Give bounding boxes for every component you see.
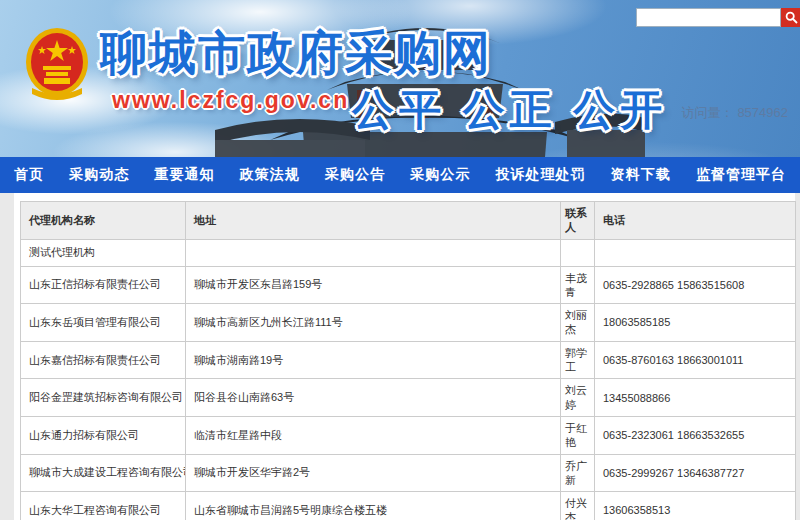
nav-item-supervision-platform[interactable]: 监督管理平台	[696, 166, 786, 184]
table-row: 山东嘉信招标有限责任公司 聊城市湖南路19号 郭学工 0635-8760163 …	[21, 341, 796, 379]
table-row: 测试代理机构	[21, 239, 796, 266]
nav-item-home[interactable]: 首页	[14, 166, 44, 184]
nav-item-important-notices[interactable]: 重要通知	[155, 166, 215, 184]
header-phone: 电话	[595, 202, 796, 240]
agency-name-cell: 山东正信招标有限责任公司	[21, 266, 186, 304]
agency-contact-cell: 刘云婷	[561, 379, 595, 417]
agency-name-cell: 山东大华工程咨询有限公司	[21, 492, 186, 520]
agency-name-cell: 山东嘉信招标有限责任公司	[21, 341, 186, 379]
site-title: 聊城市政府采购网	[100, 22, 520, 85]
search-icon	[785, 11, 798, 24]
left-gutter	[0, 193, 14, 520]
agency-address-cell: 聊城市开发区华宇路2号	[186, 454, 561, 492]
agency-phone-cell: 18063585185	[595, 304, 796, 342]
agency-contact-cell	[561, 239, 595, 266]
agency-phone-cell: 0635-2323061 18663532655	[595, 416, 796, 454]
table-row: 山东大华工程咨询有限公司 山东省聊城市昌润路5号明康综合楼五楼 付兴杰 1360…	[21, 492, 796, 520]
agency-name-cell: 阳谷金罡建筑招标咨询有限公司	[21, 379, 186, 417]
agency-name-cell: 山东东岳项目管理有限公司	[21, 304, 186, 342]
nav-item-policies[interactable]: 政策法规	[240, 166, 300, 184]
agency-address-cell: 山东省聊城市昌润路5号明康综合楼五楼	[186, 492, 561, 520]
agency-name-cell: 山东通力招标有限公司	[21, 416, 186, 454]
visit-counter-value: 8574962	[737, 105, 788, 120]
table-row: 山东东岳项目管理有限公司 聊城市高新区九州长江路111号 刘丽杰 1806358…	[21, 304, 796, 342]
search-button[interactable]	[781, 8, 800, 27]
agency-contact-cell: 乔广新	[561, 454, 595, 492]
agency-name-cell: 测试代理机构	[21, 239, 186, 266]
header-address: 地址	[186, 202, 561, 240]
table-row: 山东通力招标有限公司 临清市红星路中段 于红艳 0635-2323061 186…	[21, 416, 796, 454]
agency-contact-cell: 郭学工	[561, 341, 595, 379]
table-row: 山东正信招标有限责任公司 聊城市开发区东昌路159号 丰茂青 0635-2928…	[21, 266, 796, 304]
agency-phone-cell: 0635-2999267 13646387727	[595, 454, 796, 492]
site-url: www.lczfcg.gov.cn	[112, 87, 349, 114]
nav-item-complaint-handling[interactable]: 投诉处理处罚	[496, 166, 586, 184]
search-input[interactable]	[636, 8, 781, 27]
main-nav: 首页 采购动态 重要通知 政策法规 采购公告 采购公示 投诉处理处罚 资料下载 …	[0, 157, 800, 193]
agency-address-cell: 聊城市湖南路19号	[186, 341, 561, 379]
header-contact: 联系人	[561, 202, 595, 240]
site-banner: 聊城市政府采购网 www.lczfcg.gov.cn 公平 公正 公开 访问量：…	[0, 0, 800, 157]
agency-table: 代理机构名称 地址 联系人 电话 测试代理机构 山东正信招标有限责任公司 聊城市…	[20, 201, 796, 520]
site-slogan: 公平 公正 公开	[352, 82, 667, 138]
visit-counter-label: 访问量：	[681, 105, 733, 120]
agency-phone-cell: 13606358513	[595, 492, 796, 520]
nav-item-procurement-news[interactable]: 采购动态	[69, 166, 129, 184]
table-row: 聊城市大成建设工程咨询有限公司 聊城市开发区华宇路2号 乔广新 0635-299…	[21, 454, 796, 492]
agency-address-cell: 聊城市开发区东昌路159号	[186, 266, 561, 304]
table-header-row: 代理机构名称 地址 联系人 电话	[21, 202, 796, 240]
agency-phone-cell: 13455088866	[595, 379, 796, 417]
visit-counter: 访问量：8574962	[681, 104, 788, 122]
agency-phone-cell: 0635-8760163 18663001011	[595, 341, 796, 379]
agency-address-cell: 阳谷县谷山南路63号	[186, 379, 561, 417]
nav-item-procurement-publicity[interactable]: 采购公示	[410, 166, 470, 184]
nav-item-downloads[interactable]: 资料下载	[611, 166, 671, 184]
content-area: 代理机构名称 地址 联系人 电话 测试代理机构 山东正信招标有限责任公司 聊城市…	[0, 193, 800, 520]
agency-name-cell: 聊城市大成建设工程咨询有限公司	[21, 454, 186, 492]
nav-item-procurement-announcements[interactable]: 采购公告	[325, 166, 385, 184]
agency-contact-cell: 于红艳	[561, 416, 595, 454]
search-box	[636, 8, 800, 27]
agency-phone-cell	[595, 239, 796, 266]
table-row: 阳谷金罡建筑招标咨询有限公司 阳谷县谷山南路63号 刘云婷 1345508886…	[21, 379, 796, 417]
agency-address-cell: 聊城市高新区九州长江路111号	[186, 304, 561, 342]
agency-address-cell: 临清市红星路中段	[186, 416, 561, 454]
agency-phone-cell: 0635-2928865 15863515608	[595, 266, 796, 304]
header-agency-name: 代理机构名称	[21, 202, 186, 240]
agency-contact-cell: 付兴杰	[561, 492, 595, 520]
agency-address-cell	[186, 239, 561, 266]
agency-contact-cell: 丰茂青	[561, 266, 595, 304]
agency-contact-cell: 刘丽杰	[561, 304, 595, 342]
national-emblem-icon	[24, 26, 90, 104]
page: 聊城市政府采购网 www.lczfcg.gov.cn 公平 公正 公开 访问量：…	[0, 0, 800, 520]
